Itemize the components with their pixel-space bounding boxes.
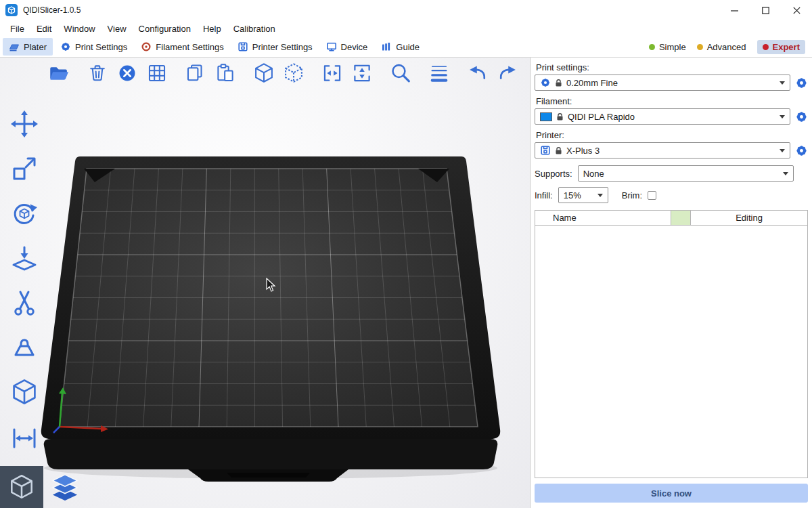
menu-file[interactable]: File [4, 22, 30, 36]
tab-printer-settings[interactable]: Printer Settings [231, 38, 319, 56]
object-list-body [535, 226, 807, 478]
printer-icon [540, 145, 551, 156]
gear-icon [540, 77, 551, 88]
object-list: Name Editing [535, 210, 808, 478]
print-settings-gear-button[interactable] [795, 77, 808, 89]
variable-layer-height-button[interactable] [425, 59, 453, 87]
column-extruder[interactable] [671, 211, 691, 225]
tab-label: Filament Settings [156, 42, 223, 52]
chevron-down-icon [780, 81, 785, 85]
viewport-top-toolbar [45, 59, 530, 87]
mode-advanced[interactable]: Advanced [697, 42, 746, 52]
infill-value: 15% [564, 190, 581, 200]
mode-simple[interactable]: Simple [649, 42, 686, 52]
tab-label: Print Settings [75, 42, 127, 52]
measure-tool-button[interactable] [5, 419, 43, 454]
supports-value: None [583, 169, 604, 179]
paint-supports-tool-button[interactable] [5, 330, 43, 365]
bed-axes-indicator [53, 387, 108, 433]
object-list-header: Name Editing [535, 211, 807, 226]
add-instance-button[interactable] [250, 59, 278, 87]
filament-settings-icon [141, 41, 152, 52]
filament-color-swatch [540, 112, 552, 121]
remove-instance-button[interactable] [279, 59, 308, 87]
scale-tool-button[interactable] [5, 151, 43, 186]
filament-label: Filament: [536, 96, 807, 106]
tab-bar: Plater Print Settings Filament Settings … [0, 37, 812, 58]
print-settings-icon [60, 41, 71, 52]
rotate-tool-button[interactable] [5, 196, 43, 231]
split-to-parts-button[interactable] [348, 59, 376, 87]
menu-configuration[interactable]: Configuration [133, 22, 197, 36]
lock-icon [555, 79, 562, 87]
title-bar: QIDISlicer-1.0.5 [0, 0, 812, 20]
delete-all-button[interactable] [113, 59, 141, 87]
filament-value: QIDI PLA Rapido [568, 112, 635, 122]
column-editing[interactable]: Editing [691, 211, 807, 225]
mode-label: Expert [773, 42, 800, 52]
menu-edit[interactable]: Edit [30, 22, 58, 36]
slice-now-button[interactable]: Slice now [535, 484, 808, 503]
tab-filament-settings[interactable]: Filament Settings [135, 38, 229, 56]
print-settings-label: Print settings: [536, 62, 807, 72]
paste-button[interactable] [211, 59, 240, 87]
tab-guide[interactable]: Guide [375, 38, 426, 56]
menu-bar: File Edit Window View Configuration Help… [0, 20, 812, 37]
plater-icon [9, 41, 20, 52]
search-button[interactable] [386, 59, 415, 87]
mode-expert[interactable]: Expert [757, 40, 805, 54]
menu-help[interactable]: Help [197, 22, 227, 36]
supports-label: Supports: [535, 169, 572, 179]
seam-painting-tool-button[interactable] [5, 375, 43, 410]
split-to-objects-button[interactable] [318, 59, 346, 87]
supports-combo[interactable]: None [578, 165, 794, 182]
menu-window[interactable]: Window [58, 22, 101, 36]
cut-tool-button[interactable] [5, 285, 43, 320]
view-3d-editor-button[interactable] [0, 466, 43, 508]
mouse-cursor [266, 278, 277, 293]
maximize-button[interactable] [750, 0, 781, 20]
open-button[interactable] [45, 59, 73, 87]
mode-label: Advanced [707, 42, 746, 52]
print-bed [0, 58, 530, 508]
filament-gear-button[interactable] [795, 110, 808, 123]
viewport-3d[interactable] [0, 58, 530, 508]
printer-gear-button[interactable] [795, 144, 808, 157]
printer-combo[interactable]: X-Plus 3 [535, 142, 790, 158]
move-tool-button[interactable] [5, 106, 43, 142]
close-button[interactable] [781, 0, 812, 20]
place-on-face-tool-button[interactable] [5, 240, 43, 276]
infill-combo[interactable]: 15% [558, 187, 608, 203]
redo-button[interactable] [493, 59, 522, 87]
filament-combo[interactable]: QIDI PLA Rapido [535, 108, 790, 125]
advanced-dot-icon [697, 44, 703, 50]
minimize-button[interactable] [719, 0, 750, 20]
tab-plater[interactable]: Plater [3, 38, 53, 56]
brim-checkbox[interactable] [648, 191, 656, 200]
menu-view[interactable]: View [102, 22, 133, 36]
tab-label: Plater [24, 42, 47, 52]
menu-calibration[interactable]: Calibration [227, 22, 281, 36]
delete-button[interactable] [83, 59, 112, 87]
copy-button[interactable] [181, 59, 210, 87]
tab-label: Device [341, 42, 368, 52]
view-switcher [0, 466, 87, 508]
undo-button[interactable] [464, 59, 492, 87]
tab-label: Guide [396, 42, 420, 52]
simple-dot-icon [649, 44, 655, 50]
chevron-down-icon [597, 194, 603, 197]
printer-label: Printer: [536, 130, 807, 140]
print-settings-combo[interactable]: 0.20mm Fine [535, 75, 790, 91]
guide-icon [381, 41, 392, 52]
mode-label: Simple [659, 42, 686, 52]
arrange-button[interactable] [143, 59, 171, 87]
printer-settings-icon [238, 41, 248, 52]
tab-print-settings[interactable]: Print Settings [54, 38, 133, 56]
view-preview-button[interactable] [43, 466, 87, 508]
tab-device[interactable]: Device [320, 38, 374, 56]
mode-selector: Simple Advanced Expert [649, 40, 812, 54]
device-icon [326, 41, 337, 52]
column-name[interactable]: Name [535, 211, 671, 225]
window-title: QIDISlicer-1.0.5 [23, 5, 81, 15]
tab-label: Printer Settings [252, 42, 313, 52]
